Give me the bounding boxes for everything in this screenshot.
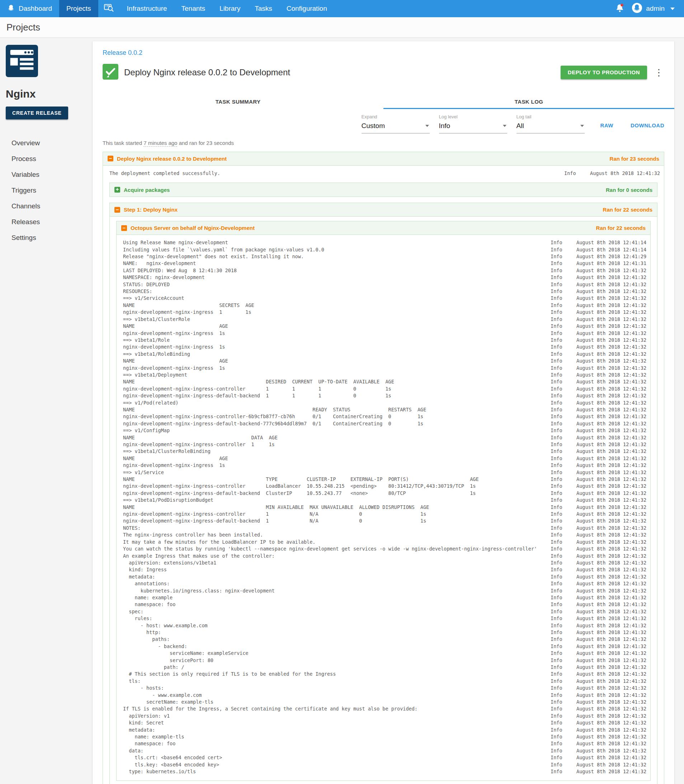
log-section-acquire-header[interactable]: Acquire packages Ran for 0 seconds	[110, 183, 657, 197]
log-level-filter: Log level Info	[439, 114, 507, 134]
chevron-down-icon	[580, 125, 584, 127]
top-nav: Dashboard Projects Infrastructure Tenant…	[0, 0, 684, 17]
log-section-octopus-server-header[interactable]: Octopus Server on behalf of Nginx-Develo…	[116, 221, 650, 235]
log-line: tls:InfoAugust 8th 2018 12:41:32	[123, 678, 644, 685]
log-line: NAME: nginx-developmentInfoAugust 8th 20…	[123, 260, 644, 267]
log-line: Using Release Name nginx-developmentInfo…	[123, 239, 644, 246]
project-sidebar: Nginx CREATE RELEASE Overview Process Va…	[0, 38, 92, 246]
log-line: ==> v1/Pod(related)InfoAugust 8th 2018 1…	[123, 400, 644, 407]
log-line: serviceName: exampleServiceInfoAugust 8t…	[123, 650, 644, 657]
nav-item-projects[interactable]: Projects	[59, 0, 98, 17]
nav-item-search[interactable]	[98, 0, 120, 17]
log-line: NAME TYPE CLUSTER-IP EXTERNAL-IP PORT(S)…	[123, 476, 644, 483]
log-line: NAME AGEInfoAugust 8th 2018 12:41:32	[123, 455, 644, 462]
log-line: nginx-development-nginx-ingress-controll…	[123, 511, 644, 518]
log-line: apiVersion: extensions/v1beta1InfoAugust…	[123, 560, 644, 566]
nav-item-dashboard[interactable]: Dashboard	[0, 0, 59, 17]
raw-link[interactable]: RAW	[600, 122, 614, 128]
project-name: Nginx	[6, 88, 92, 100]
log-line: ==> v1beta1/RoleBindingInfoAugust 8th 20…	[123, 351, 644, 358]
log-line: - hosts:InfoAugust 8th 2018 12:41:32	[123, 685, 644, 692]
log-line: nginx-development-nginx-ingress-controll…	[123, 386, 644, 392]
nav-item-label: Dashboard	[19, 5, 52, 13]
log-line: kind: SecretInfoAugust 8th 2018 12:41:32	[123, 719, 644, 726]
log-line: kubernetes.io/ingress.class: nginx-devel…	[123, 587, 644, 594]
collapse-icon[interactable]	[108, 156, 113, 161]
task-success-icon	[103, 64, 118, 81]
tab-task-log[interactable]: TASK LOG	[384, 94, 674, 109]
log-section-acquire-packages: Acquire packages Ran for 0 seconds	[110, 182, 657, 197]
task-card: Release 0.0.2 Deploy Nginx release 0.0.2…	[92, 41, 674, 784]
log-line: NAME DESIRED CURRENT UP-TO-DATE AVAILABL…	[123, 378, 644, 385]
log-line: NAME MIN AVAILABLE MAX UNAVAILABLE ALLOW…	[123, 504, 644, 511]
collapse-icon[interactable]	[115, 207, 120, 213]
log-line: annotations:InfoAugust 8th 2018 12:41:32	[123, 580, 644, 587]
log-line: NAME SECRETS AGEInfoAugust 8th 2018 12:4…	[123, 302, 644, 309]
log-line: - backend:InfoAugust 8th 2018 12:41:32	[123, 643, 644, 650]
log-tail-filter-label: Log tail	[516, 114, 585, 119]
log-line: name: exampleInfoAugust 8th 2018 12:41:3…	[123, 594, 644, 601]
nav-item-library[interactable]: Library	[212, 0, 247, 17]
sidebar-item-process[interactable]: Process	[6, 151, 92, 167]
nav-item-label: Library	[219, 5, 240, 13]
log-line: ==> v1beta1/DeploymentInfoAugust 8th 201…	[123, 371, 644, 378]
create-release-button[interactable]: CREATE RELEASE	[6, 106, 68, 119]
sidebar-item-triggers[interactable]: Triggers	[6, 182, 92, 198]
log-section-step1: Step 1: Deploy Nginx Ran for 22 seconds …	[110, 203, 657, 784]
download-link[interactable]: DOWNLOAD	[631, 122, 664, 128]
sidebar-item-variables[interactable]: Variables	[6, 167, 92, 182]
nav-item-tenants[interactable]: Tenants	[174, 0, 213, 17]
avatar	[632, 3, 642, 15]
log-line: ==> v1/ConfigMapInfoAugust 8th 2018 12:4…	[123, 427, 644, 434]
log-line: namespace: fooInfoAugust 8th 2018 12:41:…	[123, 601, 644, 608]
log-tail-filter-select[interactable]: All	[516, 119, 585, 134]
log-line: nginx-development-nginx-ingress-controll…	[123, 441, 644, 448]
sidebar-item-overview[interactable]: Overview	[6, 135, 92, 151]
log-section-title: Step 1: Deploy Nginx	[124, 206, 177, 213]
deploy-to-production-button[interactable]: DEPLOY TO PRODUCTION	[561, 66, 647, 79]
tab-task-summary[interactable]: TASK SUMMARY	[92, 94, 384, 109]
nav-item-label: Infrastructure	[127, 5, 167, 13]
overflow-menu-icon[interactable]: ⋮	[654, 68, 663, 77]
log-line: nginx-development-nginx-ingress 1 1sInfo…	[123, 309, 644, 316]
log-line: nginx-development-nginx-ingress-default-…	[123, 420, 644, 427]
collapse-icon[interactable]	[121, 225, 127, 231]
nav-item-infrastructure[interactable]: Infrastructure	[120, 0, 174, 17]
expand-icon[interactable]	[115, 187, 120, 193]
nav-item-tasks[interactable]: Tasks	[247, 0, 279, 17]
sidebar-item-settings[interactable]: Settings	[6, 230, 92, 246]
log-line: - www.example.comInfoAugust 8th 2018 12:…	[123, 692, 644, 699]
sidebar-item-channels[interactable]: Channels	[6, 198, 92, 214]
release-breadcrumb-link[interactable]: Release 0.0.2	[103, 49, 142, 56]
log-line: nginx-development-nginx-ingress-default-…	[123, 392, 644, 399]
log-line: NAMESPACE: nginx-developmentInfoAugust 8…	[123, 274, 644, 281]
log-line: It may take a few minutes for the LoadBa…	[123, 539, 644, 545]
log-line: ==> v1beta1/RoleInfoAugust 8th 2018 12:4…	[123, 337, 644, 344]
log-section-title: Acquire packages	[124, 187, 169, 193]
log-line: The deployment completed successfully.In…	[110, 170, 657, 177]
log-section-step1-header[interactable]: Step 1: Deploy Nginx Ran for 22 seconds	[110, 203, 657, 217]
log-line: You can watch the status by running 'kub…	[123, 545, 644, 552]
log-line: secretName: example-tlsInfoAugust 8th 20…	[123, 699, 644, 705]
nav-item-configuration[interactable]: Configuration	[279, 0, 334, 17]
log-line: servicePort: 80InfoAugust 8th 2018 12:41…	[123, 657, 644, 664]
log-level-filter-value: Info	[439, 122, 450, 130]
expand-filter-label: Expand	[361, 114, 430, 119]
nav-item-label: Projects	[66, 5, 91, 13]
log-line: NAME AGEInfoAugust 8th 2018 12:41:32	[123, 323, 644, 330]
user-menu[interactable]: admin	[632, 3, 675, 15]
task-meta-prefix: This task started	[103, 140, 142, 146]
log-line: Release "nginx-development" does not exi…	[123, 253, 644, 260]
log-line: NAME READY STATUS RESTARTS AGEInfoAugust…	[123, 407, 644, 413]
log-section-deploy-header[interactable]: Deploy Nginx release 0.0.2 to Developmen…	[103, 152, 664, 166]
task-meta-time-ago[interactable]: 7 minutes ago	[144, 140, 177, 147]
project-card-icon	[6, 45, 92, 79]
log-line: nginx-development-nginx-ingress 1sInfoAu…	[123, 365, 644, 371]
log-level-filter-select[interactable]: Info	[439, 119, 507, 134]
log-line: # This section is only required if TLS i…	[123, 671, 644, 678]
notifications-button[interactable]	[616, 3, 624, 14]
expand-filter-value: Custom	[361, 122, 385, 130]
sidebar-item-releases[interactable]: Releases	[6, 214, 92, 230]
expand-filter-select[interactable]: Custom	[361, 119, 430, 134]
log-line: Including values file `\values.yaml` fro…	[123, 247, 644, 253]
